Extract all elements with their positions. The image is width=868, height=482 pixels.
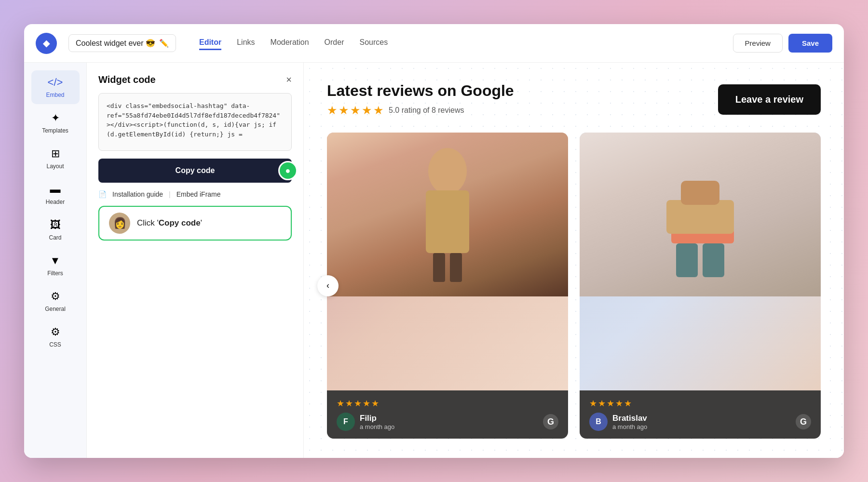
card2-reviewer-time: a month ago: [612, 423, 647, 430]
embed-iframe-link[interactable]: Embed iFrame: [176, 190, 221, 198]
sidebar-label-embed: Embed: [46, 92, 64, 98]
card2-source-icon: G: [796, 414, 811, 429]
cards-container: ‹: [327, 133, 821, 439]
top-bar-actions: Preview Save: [733, 34, 832, 53]
sidebar-label-css: CSS: [49, 341, 61, 348]
nav-sources[interactable]: Sources: [360, 36, 388, 50]
rating-row: ★★★★★ 5.0 rating of 8 reviews: [327, 104, 514, 117]
widget-name-input[interactable]: Coolest widget ever 😎 ✏️: [68, 34, 176, 52]
check-icon: ●: [285, 166, 291, 176]
hint-text: Click 'Copy code': [137, 218, 202, 228]
card1-photo: [327, 133, 568, 296]
installation-guide-link[interactable]: Installation guide: [112, 190, 163, 198]
card2-reviewer-name: Bratislav: [612, 414, 647, 423]
card1-stars: ★★★★★: [337, 398, 558, 409]
prev-arrow[interactable]: ‹: [317, 275, 339, 296]
person-svg-2: [652, 142, 748, 287]
sidebar-item-css[interactable]: ⚙ CSS: [31, 320, 80, 354]
main-content: </> Embed ✦ Templates ⊞ Layout ▬ Header …: [24, 63, 844, 458]
widget-preview: Latest reviews on Google ★★★★★ 5.0 ratin…: [304, 63, 844, 458]
card2-photo: [580, 133, 821, 296]
sidebar-item-header[interactable]: ▬ Header: [31, 177, 80, 211]
widget-panel: Widget code × <div class="embedsocial-ha…: [87, 63, 304, 458]
card1-source-icon: G: [543, 414, 558, 429]
svg-rect-1: [426, 190, 469, 253]
nav-moderation[interactable]: Moderation: [271, 36, 309, 50]
panel-header: Widget code ×: [98, 74, 292, 85]
layout-icon: ⊞: [51, 147, 60, 160]
templates-icon: ✦: [51, 112, 60, 124]
card2-stars: ★★★★★: [589, 398, 811, 409]
edit-icon[interactable]: ✏️: [159, 39, 169, 48]
hint-avatar: 👩: [109, 213, 130, 234]
review-card-1: ★★★★★ F Filip a month ago G: [327, 133, 568, 439]
code-box: <div class="embedsocial-hashtag" data-re…: [98, 93, 292, 151]
widget-name-text: Coolest widget ever 😎: [76, 39, 155, 48]
general-icon: ⚙: [51, 290, 60, 303]
header-left: Latest reviews on Google ★★★★★ 5.0 ratin…: [327, 82, 514, 117]
app-window: ◆ Coolest widget ever 😎 ✏️ Editor Links …: [24, 24, 844, 458]
panel-close-button[interactable]: ×: [286, 74, 292, 85]
card2-image: [580, 133, 821, 390]
copy-indicator: ●: [278, 161, 298, 180]
card2-reviewer-details: Bratislav a month ago: [612, 414, 647, 430]
copy-code-button[interactable]: Copy code: [98, 159, 292, 183]
logo-icon: ◆: [43, 38, 50, 49]
sidebar-item-general[interactable]: ⚙ General: [31, 284, 80, 318]
card-icon: 🖼: [50, 219, 61, 231]
top-bar: ◆ Coolest widget ever 😎 ✏️ Editor Links …: [24, 24, 844, 63]
card2-reviewer: B Bratislav a month ago G: [589, 413, 811, 431]
nav-editor[interactable]: Editor: [199, 36, 221, 50]
card2-reviewer-info: B Bratislav a month ago: [589, 413, 647, 431]
nav-order[interactable]: Order: [325, 36, 344, 50]
preview-button[interactable]: Preview: [733, 34, 783, 53]
panel-title: Widget code: [98, 74, 156, 85]
sidebar-label-templates: Templates: [42, 127, 68, 134]
svg-rect-2: [433, 253, 445, 282]
preview-area: Latest reviews on Google ★★★★★ 5.0 ratin…: [304, 63, 844, 458]
sidebar-label-layout: Layout: [46, 163, 64, 170]
logo-button[interactable]: ◆: [36, 33, 57, 54]
review-card-2: ★★★★★ B Bratislav a month ago G: [580, 133, 821, 439]
reviews-title: Latest reviews on Google: [327, 82, 514, 100]
css-icon: ⚙: [51, 326, 60, 338]
sidebar-label-header: Header: [46, 199, 65, 205]
sidebar-item-templates[interactable]: ✦ Templates: [31, 106, 80, 140]
save-button[interactable]: Save: [788, 34, 832, 53]
rating-text: 5.0 rating of 8 reviews: [389, 106, 464, 115]
header-icon: ▬: [50, 183, 61, 196]
person-svg-1: [399, 142, 496, 287]
sidebar-item-card[interactable]: 🖼 Card: [31, 213, 80, 247]
click-hint: 👩 Click 'Copy code': [98, 206, 292, 241]
sidebar-label-general: General: [45, 306, 66, 312]
card1-image: [327, 133, 568, 390]
leave-review-button[interactable]: Leave a review: [718, 84, 821, 115]
sidebar: </> Embed ✦ Templates ⊞ Layout ▬ Header …: [24, 63, 87, 458]
card2-footer: ★★★★★ B Bratislav a month ago G: [580, 390, 821, 439]
top-nav: Editor Links Moderation Order Sources: [199, 36, 721, 50]
svg-point-0: [428, 148, 467, 194]
card1-reviewer-details: Filip a month ago: [360, 414, 394, 430]
card1-reviewer-time: a month ago: [360, 423, 394, 430]
svg-rect-5: [676, 243, 698, 277]
panel-links: 📄 Installation guide | Embed iFrame: [98, 190, 292, 198]
card1-avatar: F: [337, 413, 355, 431]
card1-reviewer-info: F Filip a month ago: [337, 413, 394, 431]
widget-header: Latest reviews on Google ★★★★★ 5.0 ratin…: [327, 82, 821, 117]
svg-rect-3: [450, 253, 462, 282]
sidebar-item-embed[interactable]: </> Embed: [31, 70, 80, 104]
filters-icon: ▼: [50, 254, 61, 267]
avatar-image: 👩: [113, 217, 126, 229]
card1-reviewer-name: Filip: [360, 414, 394, 423]
sidebar-item-filters[interactable]: ▼ Filters: [31, 249, 80, 282]
doc-icon: 📄: [98, 190, 107, 198]
svg-rect-7: [666, 200, 734, 234]
embed-icon: </>: [48, 76, 63, 89]
card2-avatar: B: [589, 413, 608, 431]
nav-links[interactable]: Links: [237, 36, 255, 50]
sidebar-item-layout[interactable]: ⊞ Layout: [31, 142, 80, 175]
svg-rect-6: [703, 243, 724, 277]
copy-btn-row: Copy code ●: [98, 159, 292, 183]
card1-reviewer: F Filip a month ago G: [337, 413, 558, 431]
rating-stars: ★★★★★: [327, 104, 385, 117]
